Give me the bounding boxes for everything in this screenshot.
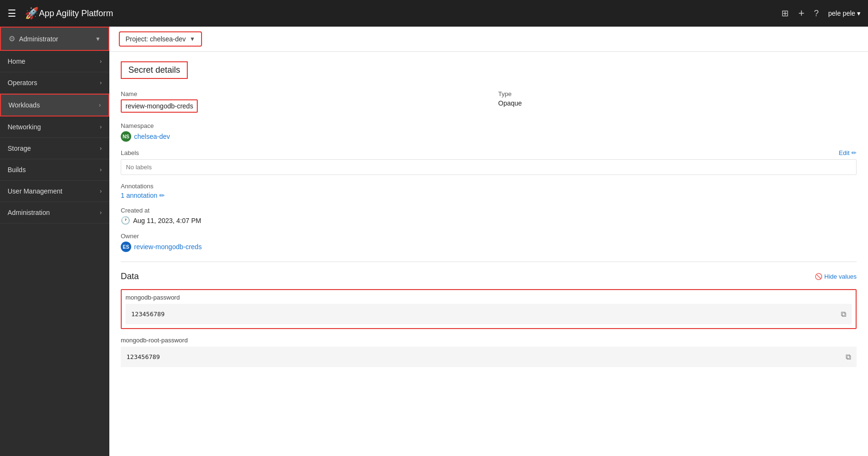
no-labels-text: No labels (121, 159, 857, 175)
chevron-right-icon: › (100, 209, 102, 216)
name-label: Name (121, 90, 479, 97)
project-selector[interactable]: Project: chelsea-dev ▼ (119, 31, 202, 47)
add-icon[interactable]: + (798, 7, 804, 19)
namespace-icon: NS (121, 131, 131, 142)
data-value-row: 123456789 ⧉ (125, 304, 852, 324)
app-logo: 🚀 (24, 6, 39, 21)
pencil-icon: ✏ (159, 192, 165, 199)
page-content: Secret details Name review-mongodb-creds… (109, 52, 868, 456)
project-label: Project: chelsea-dev (125, 35, 186, 43)
chevron-right-icon: › (100, 58, 102, 65)
sidebar-item-label: Builds (8, 166, 26, 174)
data-key: mongodb-password (125, 294, 852, 301)
data-key: mongodb-root-password (121, 337, 857, 344)
hide-values-label: Hide values (824, 273, 857, 280)
chevron-right-icon: › (100, 79, 102, 86)
chevron-right-icon: › (100, 188, 102, 194)
sidebar-item-label: Storage (8, 145, 31, 152)
top-header: ☰ 🚀 App Agility Platform ⊞ + ? pele pele… (0, 0, 868, 27)
gear-icon: ⚙ (9, 34, 15, 43)
detail-type: Type Opaque (498, 90, 857, 113)
eye-slash-icon: 🚫 (815, 273, 822, 280)
chevron-down-icon: ▼ (95, 36, 101, 42)
chevron-right-icon: › (100, 145, 102, 152)
sidebar-item-storage[interactable]: Storage › (0, 138, 109, 159)
sidebar-item-label: User Management (8, 187, 62, 195)
data-title: Data (121, 272, 139, 281)
grid-icon[interactable]: ⊞ (781, 8, 789, 19)
pencil-icon: ✏ (851, 149, 857, 156)
sidebar-item-label: Operators (8, 79, 37, 87)
data-item-mongodb-root-password: mongodb-root-password 123456789 ⧉ (121, 337, 857, 367)
chevron-right-icon: › (100, 166, 102, 173)
created-label: Created at (121, 207, 857, 214)
sidebar-item-administrator[interactable]: ⚙ Administrator ▼ (0, 27, 109, 51)
sidebar-item-operators[interactable]: Operators › (0, 72, 109, 94)
menu-icon[interactable]: ☰ (8, 8, 16, 19)
user-menu[interactable]: pele pele ▾ (828, 10, 860, 17)
name-value: review-mongodb-creds (121, 99, 198, 113)
copy-icon[interactable]: ⧉ (841, 310, 846, 319)
data-header: Data 🚫 Hide values (121, 272, 857, 281)
created-section: Created at 🕐 Aug 11, 2023, 4:07 PM (121, 207, 857, 225)
main-layout: ⚙ Administrator ▼ Home › Operators › Wor… (0, 27, 868, 456)
data-value-row: 123456789 ⧉ (121, 347, 857, 367)
hide-values-button[interactable]: 🚫 Hide values (815, 273, 857, 280)
sidebar-item-label: Administrator (19, 35, 58, 43)
namespace-label: Namespace (121, 122, 857, 129)
data-value: 123456789 (131, 308, 841, 320)
namespace-link[interactable]: chelsea-dev (134, 133, 170, 140)
annotation-count: 1 annotation (121, 192, 157, 199)
chevron-right-icon: › (99, 102, 101, 108)
sub-header: Project: chelsea-dev ▼ (109, 27, 868, 52)
divider (121, 262, 857, 262)
labels-header: Labels Edit ✏ (121, 149, 857, 156)
sidebar-item-label: Networking (8, 123, 41, 131)
edit-link-text: Edit (839, 149, 849, 156)
labels-title: Labels (121, 149, 139, 156)
sidebar-item-label: Home (8, 58, 25, 65)
header-actions: ⊞ + ? pele pele ▾ (781, 7, 860, 19)
svg-text:🚀: 🚀 (25, 6, 39, 20)
sidebar-item-workloads[interactable]: Workloads › (0, 94, 109, 116)
data-section: Data 🚫 Hide values mongodb-password 1234… (121, 272, 857, 367)
owner-icon: ES (121, 242, 131, 252)
copy-icon[interactable]: ⧉ (846, 353, 851, 361)
created-timestamp: Aug 11, 2023, 4:07 PM (133, 217, 201, 224)
owner-link[interactable]: review-mongodb-creds (134, 243, 202, 251)
labels-section: Labels Edit ✏ No labels (121, 149, 857, 175)
namespace-badge: NS chelsea-dev (121, 131, 170, 142)
sidebar-item-home[interactable]: Home › (0, 51, 109, 72)
annotations-section: Annotations 1 annotation ✏ (121, 183, 857, 199)
detail-grid-name-type: Name review-mongodb-creds Type Opaque (121, 90, 857, 113)
type-value: Opaque (498, 99, 857, 107)
section-title: Secret details (121, 61, 188, 79)
sidebar-item-label: Workloads (9, 101, 40, 109)
owner-badge: ES review-mongodb-creds (121, 242, 202, 252)
annotations-label: Annotations (121, 183, 857, 190)
annotation-link[interactable]: 1 annotation ✏ (121, 192, 857, 199)
detail-namespace: Namespace NS chelsea-dev (121, 122, 857, 142)
created-value: 🕐 Aug 11, 2023, 4:07 PM (121, 216, 857, 225)
data-value: 123456789 (126, 350, 846, 363)
detail-name: Name review-mongodb-creds (121, 90, 479, 113)
detail-owner: Owner ES review-mongodb-creds (121, 233, 857, 252)
chevron-right-icon: › (100, 124, 102, 130)
help-icon[interactable]: ? (814, 9, 819, 19)
data-item-mongodb-password: mongodb-password 123456789 ⧉ (121, 289, 857, 329)
sidebar-item-label: Administration (8, 209, 50, 216)
owner-label: Owner (121, 233, 857, 240)
sidebar-item-user-management[interactable]: User Management › (0, 181, 109, 202)
clock-icon: 🕐 (121, 216, 130, 225)
type-label: Type (498, 90, 857, 97)
sidebar-item-networking[interactable]: Networking › (0, 116, 109, 138)
app-title: App Agility Platform (39, 9, 781, 19)
edit-labels-button[interactable]: Edit ✏ (839, 149, 857, 156)
sidebar: ⚙ Administrator ▼ Home › Operators › Wor… (0, 27, 109, 456)
content-area: Project: chelsea-dev ▼ Secret details Na… (109, 27, 868, 456)
sidebar-item-builds[interactable]: Builds › (0, 159, 109, 181)
sidebar-item-administration[interactable]: Administration › (0, 202, 109, 223)
dropdown-arrow-icon: ▼ (190, 36, 195, 42)
